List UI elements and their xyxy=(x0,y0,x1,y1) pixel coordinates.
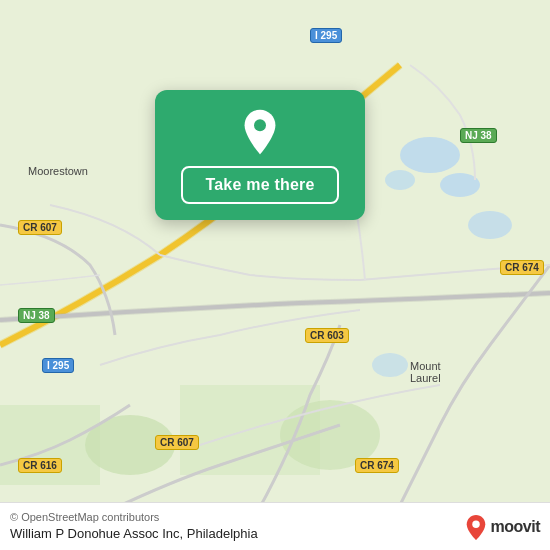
cr607-left-badge: CR 607 xyxy=(18,220,62,235)
moovit-text: moovit xyxy=(491,518,540,536)
svg-point-4 xyxy=(468,211,512,239)
location-pin-icon xyxy=(236,108,284,156)
location-card: Take me there xyxy=(155,90,365,220)
nj38-left-badge: NJ 38 xyxy=(18,308,55,323)
svg-point-3 xyxy=(385,170,415,190)
svg-point-5 xyxy=(372,353,408,377)
copyright-text: © OpenStreetMap contributors xyxy=(10,511,457,523)
map-container: Moorestown MountLaurel I 295 NJ 38 CR 60… xyxy=(0,0,550,550)
i295-bottom-badge: I 295 xyxy=(42,358,74,373)
svg-point-1 xyxy=(400,137,460,173)
take-me-there-button[interactable]: Take me there xyxy=(181,166,338,204)
nj38-right-badge: NJ 38 xyxy=(460,128,497,143)
cr674-bottom-badge: CR 674 xyxy=(355,458,399,473)
moovit-pin-icon xyxy=(465,514,487,540)
cr603-badge: CR 603 xyxy=(305,328,349,343)
svg-point-10 xyxy=(254,119,266,131)
svg-point-11 xyxy=(472,520,479,527)
cr607-bottom-badge: CR 607 xyxy=(155,435,199,450)
i295-top-badge: I 295 xyxy=(310,28,342,43)
bottom-bar: © OpenStreetMap contributors William P D… xyxy=(0,502,550,550)
cr616-badge: CR 616 xyxy=(18,458,62,473)
moovit-logo: moovit xyxy=(465,514,540,540)
cr674-right-badge: CR 674 xyxy=(500,260,544,275)
business-name: William P Donohue Assoc Inc, Philadelphi… xyxy=(10,526,258,541)
